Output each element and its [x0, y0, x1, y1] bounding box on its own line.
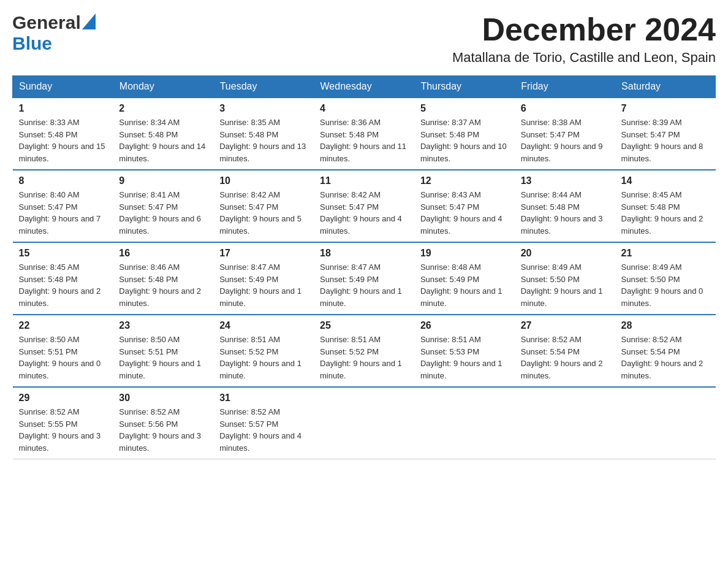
col-sunday: Sunday	[13, 76, 113, 98]
day-number: 29	[19, 393, 107, 404]
table-row: 2Sunrise: 8:34 AMSunset: 5:48 PMDaylight…	[113, 98, 213, 170]
day-number: 19	[420, 248, 509, 259]
table-row: 27Sunrise: 8:52 AMSunset: 5:54 PMDayligh…	[515, 315, 615, 387]
table-row: 13Sunrise: 8:44 AMSunset: 5:48 PMDayligh…	[515, 170, 615, 242]
table-row: 31Sunrise: 8:52 AMSunset: 5:57 PMDayligh…	[213, 387, 314, 459]
day-info: Sunrise: 8:46 AMSunset: 5:48 PMDaylight:…	[119, 262, 201, 308]
col-friday: Friday	[515, 76, 615, 98]
logo: General Blue	[12, 12, 96, 54]
day-info: Sunrise: 8:34 AMSunset: 5:48 PMDaylight:…	[119, 118, 205, 163]
day-number: 3	[219, 103, 308, 114]
day-info: Sunrise: 8:41 AMSunset: 5:47 PMDaylight:…	[119, 190, 201, 236]
day-number: 12	[420, 175, 509, 186]
title-block: December 2024 Matallana de Torio, Castil…	[452, 12, 716, 66]
day-info: Sunrise: 8:45 AMSunset: 5:48 PMDaylight:…	[621, 190, 703, 236]
logo-general-text: General	[12, 12, 81, 33]
table-row	[414, 387, 515, 459]
day-info: Sunrise: 8:52 AMSunset: 5:54 PMDaylight:…	[521, 335, 603, 380]
table-row: 29Sunrise: 8:52 AMSunset: 5:55 PMDayligh…	[13, 387, 113, 459]
day-info: Sunrise: 8:37 AMSunset: 5:48 PMDaylight:…	[420, 118, 507, 163]
table-row: 5Sunrise: 8:37 AMSunset: 5:48 PMDaylight…	[414, 98, 515, 170]
table-row: 8Sunrise: 8:40 AMSunset: 5:47 PMDaylight…	[13, 170, 113, 242]
day-info: Sunrise: 8:43 AMSunset: 5:47 PMDaylight:…	[420, 190, 502, 236]
table-row: 25Sunrise: 8:51 AMSunset: 5:52 PMDayligh…	[314, 315, 414, 387]
day-info: Sunrise: 8:40 AMSunset: 5:47 PMDaylight:…	[19, 190, 101, 236]
calendar-week-row: 22Sunrise: 8:50 AMSunset: 5:51 PMDayligh…	[13, 315, 716, 387]
table-row: 23Sunrise: 8:50 AMSunset: 5:51 PMDayligh…	[113, 315, 213, 387]
day-info: Sunrise: 8:51 AMSunset: 5:53 PMDaylight:…	[420, 335, 502, 380]
calendar-week-row: 8Sunrise: 8:40 AMSunset: 5:47 PMDaylight…	[13, 170, 716, 242]
day-number: 31	[219, 393, 308, 404]
day-number: 17	[219, 248, 308, 259]
calendar-header-row: Sunday Monday Tuesday Wednesday Thursday…	[13, 76, 716, 98]
table-row: 11Sunrise: 8:42 AMSunset: 5:47 PMDayligh…	[314, 170, 414, 242]
table-row	[515, 387, 615, 459]
day-number: 8	[19, 175, 107, 186]
day-info: Sunrise: 8:45 AMSunset: 5:48 PMDaylight:…	[19, 262, 101, 308]
day-info: Sunrise: 8:50 AMSunset: 5:51 PMDaylight:…	[119, 335, 201, 380]
calendar-table: Sunday Monday Tuesday Wednesday Thursday…	[12, 75, 716, 459]
day-number: 30	[119, 393, 207, 404]
day-number: 9	[119, 175, 207, 186]
day-number: 23	[119, 320, 207, 331]
main-title: December 2024	[452, 12, 716, 47]
table-row: 28Sunrise: 8:52 AMSunset: 5:54 PMDayligh…	[615, 315, 716, 387]
day-info: Sunrise: 8:47 AMSunset: 5:49 PMDaylight:…	[320, 262, 402, 308]
table-row: 12Sunrise: 8:43 AMSunset: 5:47 PMDayligh…	[414, 170, 515, 242]
day-info: Sunrise: 8:52 AMSunset: 5:54 PMDaylight:…	[621, 335, 703, 380]
day-number: 18	[320, 248, 408, 259]
table-row: 6Sunrise: 8:38 AMSunset: 5:47 PMDaylight…	[515, 98, 615, 170]
day-info: Sunrise: 8:35 AMSunset: 5:48 PMDaylight:…	[219, 118, 306, 163]
calendar-week-row: 1Sunrise: 8:33 AMSunset: 5:48 PMDaylight…	[13, 98, 716, 170]
table-row: 10Sunrise: 8:42 AMSunset: 5:47 PMDayligh…	[213, 170, 314, 242]
table-row: 7Sunrise: 8:39 AMSunset: 5:47 PMDaylight…	[615, 98, 716, 170]
day-info: Sunrise: 8:52 AMSunset: 5:55 PMDaylight:…	[19, 407, 101, 453]
day-info: Sunrise: 8:52 AMSunset: 5:57 PMDaylight:…	[219, 407, 301, 453]
day-info: Sunrise: 8:44 AMSunset: 5:48 PMDaylight:…	[521, 190, 603, 236]
day-info: Sunrise: 8:39 AMSunset: 5:47 PMDaylight:…	[621, 118, 703, 163]
table-row	[314, 387, 414, 459]
table-row: 17Sunrise: 8:47 AMSunset: 5:49 PMDayligh…	[213, 242, 314, 315]
day-number: 5	[420, 103, 509, 114]
day-info: Sunrise: 8:42 AMSunset: 5:47 PMDaylight:…	[219, 190, 301, 236]
col-tuesday: Tuesday	[213, 76, 314, 98]
table-row: 19Sunrise: 8:48 AMSunset: 5:49 PMDayligh…	[414, 242, 515, 315]
day-number: 15	[19, 248, 107, 259]
table-row: 24Sunrise: 8:51 AMSunset: 5:52 PMDayligh…	[213, 315, 314, 387]
day-number: 20	[521, 248, 609, 259]
day-number: 21	[621, 248, 710, 259]
table-row: 9Sunrise: 8:41 AMSunset: 5:47 PMDaylight…	[113, 170, 213, 242]
table-row: 22Sunrise: 8:50 AMSunset: 5:51 PMDayligh…	[13, 315, 113, 387]
day-info: Sunrise: 8:52 AMSunset: 5:56 PMDaylight:…	[119, 407, 201, 453]
day-number: 4	[320, 103, 408, 114]
table-row: 14Sunrise: 8:45 AMSunset: 5:48 PMDayligh…	[615, 170, 716, 242]
day-info: Sunrise: 8:49 AMSunset: 5:50 PMDaylight:…	[621, 262, 703, 308]
table-row: 18Sunrise: 8:47 AMSunset: 5:49 PMDayligh…	[314, 242, 414, 315]
day-number: 2	[119, 103, 207, 114]
col-wednesday: Wednesday	[314, 76, 414, 98]
table-row: 4Sunrise: 8:36 AMSunset: 5:48 PMDaylight…	[314, 98, 414, 170]
day-number: 1	[19, 103, 107, 114]
day-number: 22	[19, 320, 107, 331]
table-row: 3Sunrise: 8:35 AMSunset: 5:48 PMDaylight…	[213, 98, 314, 170]
day-info: Sunrise: 8:33 AMSunset: 5:48 PMDaylight:…	[19, 118, 105, 163]
day-number: 14	[621, 175, 710, 186]
table-row: 26Sunrise: 8:51 AMSunset: 5:53 PMDayligh…	[414, 315, 515, 387]
page-header: General Blue December 2024 Matallana de …	[12, 12, 716, 66]
day-info: Sunrise: 8:51 AMSunset: 5:52 PMDaylight:…	[320, 335, 402, 380]
table-row: 16Sunrise: 8:46 AMSunset: 5:48 PMDayligh…	[113, 242, 213, 315]
logo-arrow-icon	[82, 13, 96, 32]
day-info: Sunrise: 8:48 AMSunset: 5:49 PMDaylight:…	[420, 262, 502, 308]
day-info: Sunrise: 8:42 AMSunset: 5:47 PMDaylight:…	[320, 190, 402, 236]
day-number: 13	[521, 175, 609, 186]
day-number: 7	[621, 103, 710, 114]
day-number: 28	[621, 320, 710, 331]
subtitle: Matallana de Torio, Castille and Leon, S…	[452, 50, 716, 66]
table-row: 1Sunrise: 8:33 AMSunset: 5:48 PMDaylight…	[13, 98, 113, 170]
day-number: 16	[119, 248, 207, 259]
table-row: 30Sunrise: 8:52 AMSunset: 5:56 PMDayligh…	[113, 387, 213, 459]
day-info: Sunrise: 8:38 AMSunset: 5:47 PMDaylight:…	[521, 118, 603, 163]
day-info: Sunrise: 8:47 AMSunset: 5:49 PMDaylight:…	[219, 262, 301, 308]
table-row: 21Sunrise: 8:49 AMSunset: 5:50 PMDayligh…	[615, 242, 716, 315]
table-row: 20Sunrise: 8:49 AMSunset: 5:50 PMDayligh…	[515, 242, 615, 315]
